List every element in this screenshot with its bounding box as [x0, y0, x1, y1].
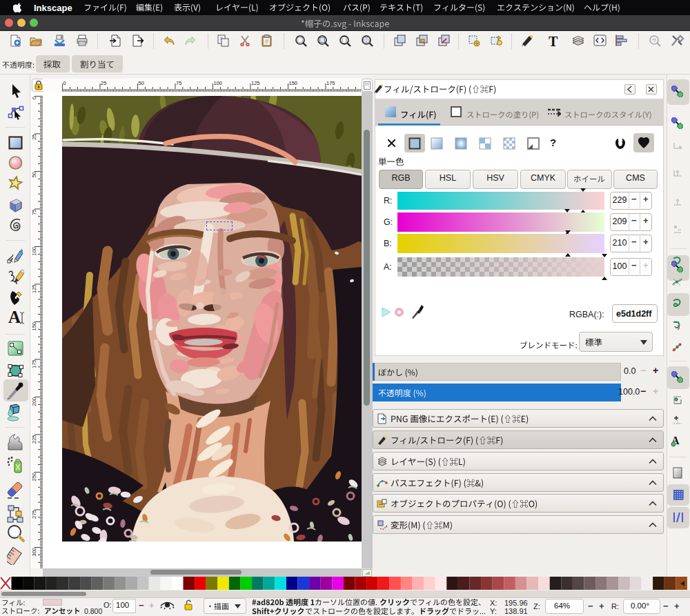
svg-text:250: 250 — [31, 473, 37, 481]
svg-text:175: 175 — [326, 80, 335, 86]
svg-text:175: 175 — [31, 360, 37, 369]
svg-text:0: 0 — [31, 97, 37, 99]
svg-text:75: 75 — [31, 210, 37, 215]
svg-text:125: 125 — [31, 285, 37, 294]
svg-text:100: 100 — [31, 247, 37, 256]
svg-text:75: 75 — [176, 80, 181, 86]
svg-text:25: 25 — [31, 135, 37, 140]
svg-text:225: 225 — [31, 435, 37, 444]
svg-text:50: 50 — [31, 172, 37, 177]
svg-text:150: 150 — [31, 322, 37, 331]
svg-text:300: 300 — [31, 548, 37, 557]
svg-text:50: 50 — [139, 80, 144, 86]
svg-text:0: 0 — [63, 80, 66, 86]
svg-text:25: 25 — [101, 80, 106, 86]
svg-text:275: 275 — [31, 510, 37, 519]
svg-text:100: 100 — [214, 80, 223, 86]
svg-text:200: 200 — [31, 397, 37, 406]
svg-text:125: 125 — [251, 80, 260, 86]
svg-text:150: 150 — [289, 80, 298, 86]
